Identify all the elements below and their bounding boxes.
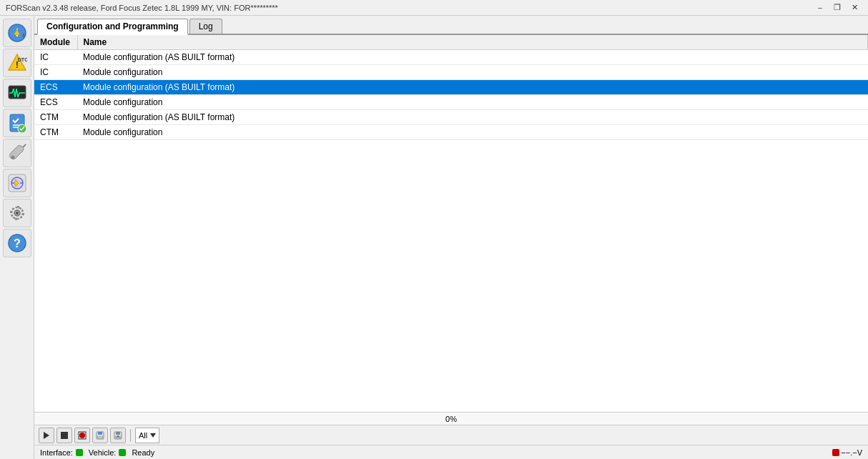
- cell-module: IC: [34, 50, 77, 65]
- svg-point-26: [79, 433, 85, 438]
- tab-bar: Configuration and Programming Log: [34, 16, 868, 35]
- svg-text:?: ?: [14, 237, 21, 250]
- svg-rect-32: [116, 432, 120, 435]
- svg-rect-25: [61, 432, 68, 439]
- record-button[interactable]: [74, 428, 90, 443]
- svg-marker-24: [44, 432, 49, 439]
- cell-module: ECS: [34, 80, 77, 95]
- bottom-toolbar: All: [34, 425, 868, 445]
- progress-bar: 0%: [34, 412, 868, 425]
- sidebar-programming-button[interactable]: [3, 169, 31, 197]
- close-button[interactable]: ✕: [847, 2, 862, 14]
- svg-point-21: [16, 212, 19, 214]
- cell-name: Module configuration: [77, 95, 868, 110]
- interface-label: Interface:: [40, 448, 73, 457]
- cell-name: Module configuration (AS BUILT format): [77, 80, 868, 95]
- status-bar: Interface: Vehicle: Ready −−.−V: [34, 445, 868, 459]
- sidebar: i ! ! DTC: [0, 16, 34, 459]
- cell-module: CTM: [34, 110, 77, 125]
- vehicle-indicator: [119, 449, 126, 456]
- cell-name: Module configuration: [77, 125, 868, 140]
- sidebar-info-button[interactable]: i !: [3, 19, 31, 47]
- interface-status: Interface:: [40, 448, 83, 457]
- svg-rect-30: [97, 436, 103, 438]
- status-right: −−.−V: [832, 448, 862, 457]
- cell-module: CTM: [34, 125, 77, 140]
- sidebar-oscilloscope-button[interactable]: [3, 79, 31, 107]
- sidebar-dtc-button[interactable]: ! DTC: [3, 49, 31, 77]
- restore-button[interactable]: ❐: [829, 2, 845, 14]
- table-row[interactable]: ICModule configuration (AS BUILT format): [34, 50, 868, 65]
- vehicle-label: Vehicle:: [89, 448, 117, 457]
- sidebar-help-button[interactable]: ?: [3, 229, 31, 257]
- svg-marker-35: [150, 433, 156, 438]
- sidebar-tools-button[interactable]: [3, 139, 31, 167]
- window-controls: − ❐ ✕: [812, 2, 862, 14]
- cell-name: Module configuration (AS BUILT format): [77, 110, 868, 125]
- tab-log[interactable]: Log: [189, 19, 222, 34]
- table-row[interactable]: ECSModule configuration: [34, 95, 868, 110]
- progress-value: 0%: [445, 415, 457, 423]
- sidebar-settings-button[interactable]: [3, 199, 31, 227]
- cell-module: ECS: [34, 95, 77, 110]
- filter-dropdown[interactable]: All: [135, 428, 159, 443]
- svg-text:DTC: DTC: [17, 57, 26, 62]
- filter-value: All: [139, 431, 147, 440]
- vehicle-status: Vehicle:: [89, 448, 127, 457]
- module-table: Module Name ICModule configuration (AS B…: [34, 35, 868, 140]
- voltage-value: −−.−V: [841, 448, 862, 457]
- toolbar-separator: [130, 429, 131, 442]
- sidebar-checklist-button[interactable]: [3, 109, 31, 137]
- ready-label: Ready: [132, 448, 154, 457]
- cell-module: IC: [34, 65, 77, 80]
- svg-point-12: [11, 156, 14, 159]
- table-row[interactable]: CTMModule configuration (AS BUILT format…: [34, 110, 868, 125]
- cell-name: Module configuration (AS BUILT format): [77, 50, 868, 65]
- stop-button[interactable]: [56, 428, 72, 443]
- play-button[interactable]: [39, 428, 54, 443]
- cell-name: Module configuration: [77, 65, 868, 80]
- table-row[interactable]: CTMModule configuration: [34, 125, 868, 140]
- column-name: Name: [77, 35, 868, 50]
- interface-indicator: [76, 449, 83, 456]
- main-layout: i ! ! DTC: [0, 16, 868, 459]
- data-table: Module Name ICModule configuration (AS B…: [34, 35, 868, 412]
- column-module: Module: [34, 35, 77, 50]
- voltage-indicator: [832, 449, 839, 456]
- title-bar: FORScan v2.3.48 release, Ford Focus Zete…: [0, 0, 868, 16]
- minimize-button[interactable]: −: [812, 2, 828, 14]
- table-row[interactable]: ECSModule configuration (AS BUILT format…: [34, 80, 868, 95]
- content-panel: Configuration and Programming Log Module…: [34, 16, 868, 459]
- tab-configuration[interactable]: Configuration and Programming: [37, 19, 188, 35]
- svg-rect-29: [98, 432, 102, 435]
- save-log-button[interactable]: [92, 428, 108, 443]
- svg-text:!: !: [22, 32, 24, 39]
- save-button[interactable]: [110, 428, 126, 443]
- title-text: FORScan v2.3.48 release, Ford Focus Zete…: [6, 4, 278, 12]
- table-row[interactable]: ICModule configuration: [34, 65, 868, 80]
